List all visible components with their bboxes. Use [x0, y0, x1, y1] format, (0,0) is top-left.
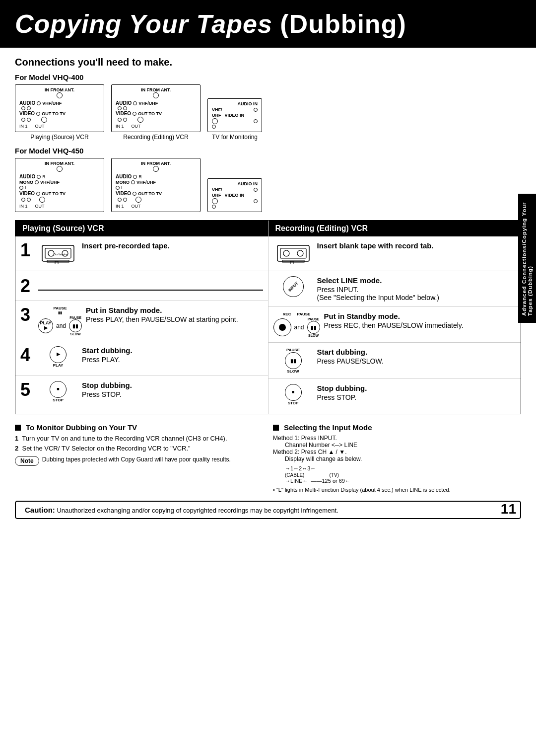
- step-3-right-text: Put in Standby mode. Press REC, then PAU…: [324, 312, 516, 329]
- tv-label-400: TV for Monitoring: [212, 134, 258, 141]
- note-row: Note Dubbing tapes protected with Copy G…: [15, 456, 263, 466]
- main-title: Copying Your Tapes (Dubbing): [0, 0, 536, 48]
- step-1-left: 1 Our Vacation Insert pre-recorded tape.: [15, 236, 268, 271]
- step-4-left-text: Start dubbing. Press PLAY.: [82, 346, 263, 364]
- step-4-right: PAUSE ▮▮ SLOW Start dubbing. Press PAUSE…: [268, 343, 521, 379]
- input-method2: Method 2: Press CH ▲ / ▼.: [273, 449, 521, 455]
- svg-point-9: [283, 250, 289, 256]
- step-5-right: ■ STOP Stop dubbing. Press STOP.: [268, 379, 521, 414]
- step-4-right-icon: PAUSE ▮▮ SLOW: [273, 348, 313, 374]
- step-3-right-icons: REC PAUSE and PAUSE ▮▮ SLOW: [273, 312, 320, 337]
- tv-450-diagram: AUDIO IN VHF/ UHFVIDEO IN: [207, 178, 262, 212]
- channel-flow-diagram: →1↔2↔3← (CABLE) (TV) →LINE← ——125 or 69←: [285, 465, 521, 484]
- input-method1: Method 1: Press INPUT.: [273, 435, 521, 442]
- svg-point-10: [297, 250, 303, 256]
- step-3-right: REC PAUSE and PAUSE ▮▮ SLOW: [268, 307, 521, 343]
- step-4-left-icon: ▶ PLAY: [38, 346, 78, 368]
- step-3-left-icons: PAUSE▮▮ PLAY▶ and PAUSE ▮▮ SLOW: [38, 306, 82, 336]
- vcr400-recording-diagram: IN FROM ANT. AUDIOVHF/UHF VIDEOOUT TO TV…: [111, 84, 201, 132]
- steps-right-column: Recording (Editing) VCR Insert blank tap…: [268, 221, 521, 414]
- vcr450-playing-diagram: IN FROM ANT. AUDIOR MONOVHF/UHF L VIDEOO…: [15, 158, 104, 212]
- input-mode-heading: Selecting the Input Mode: [273, 423, 521, 432]
- side-tab: Advanced Connections/Copying Your Tapes …: [518, 194, 536, 323]
- step-5-right-icon: ■ STOP: [273, 384, 313, 405]
- input-mode-section: Selecting the Input Mode Method 1: Press…: [273, 423, 521, 493]
- svg-rect-7: [277, 245, 309, 261]
- step-2-left: 2: [15, 271, 268, 301]
- input-mode-diagram: Method 1: Press INPUT. Channel Number <-…: [273, 435, 521, 493]
- step-1-left-text: Insert pre-recorded tape.: [82, 241, 263, 251]
- step-4-right-text: Start dubbing. Press PAUSE/SLOW.: [317, 348, 516, 365]
- steps-table: Playing (Source) VCR 1 Our Vacation: [15, 220, 521, 414]
- model-450-label: For Model VHQ-450: [15, 147, 521, 155]
- step-2-right: INPUT Select LINE mode. Press INPUT.(See…: [268, 271, 521, 307]
- step-4-left: 4 ▶ PLAY Start dubbing. Press PLAY.: [15, 341, 268, 376]
- step-2-right-text: Select LINE mode. Press INPUT.(See "Sele…: [317, 276, 516, 302]
- step-5-left-icon: ■ STOP: [38, 381, 78, 402]
- input-mode-heading-icon: [273, 425, 279, 431]
- step-1-right-text: Insert blank tape with record tab.: [317, 241, 516, 251]
- input-channel-note: Channel Number <--> LINE: [285, 442, 521, 449]
- step-3-left: 3 PAUSE▮▮ PLAY▶ and PAUSE ▮▮ SLOW: [15, 301, 268, 341]
- input-display-note: Display will change as below.: [285, 455, 521, 462]
- monitor-step-1: 1 Turn your TV on and tune to the Record…: [15, 435, 263, 442]
- svg-text:Our Vacation: Our Vacation: [54, 253, 68, 256]
- step-5-right-text: Stop dubbing. Press STOP.: [317, 384, 516, 401]
- tv-400-diagram: AUDIO IN VHF/ UHFVIDEO IN: [207, 98, 262, 132]
- step-2-right-icon: INPUT: [273, 276, 313, 297]
- svg-marker-12: [290, 261, 293, 264]
- caution-bar: Caution: Unauthorized exchanging and/or …: [15, 501, 521, 519]
- svg-rect-8: [280, 248, 306, 258]
- page-number: 11: [501, 501, 516, 517]
- step-3-left-text: Put in Standby mode. Press PLAY, then PA…: [86, 306, 263, 323]
- step-5-left: 5 ■ STOP Stop dubbing. Press STOP.: [15, 376, 268, 411]
- connections-heading: Connections you'll need to make.: [15, 57, 521, 68]
- svg-marker-6: [55, 261, 58, 264]
- monitor-section: To Monitor Dubbing on Your TV 1 Turn you…: [15, 423, 263, 493]
- tape-icon-area-right: [273, 241, 313, 264]
- step-5-left-text: Stop dubbing. Press STOP.: [82, 381, 263, 398]
- step-1-right: Insert blank tape with record tab.: [268, 236, 521, 271]
- monitor-heading: To Monitor Dubbing on Your TV: [15, 423, 263, 432]
- input-l-note: • "L" lights in Multi-Function Display (…: [273, 487, 521, 493]
- vcr400-playing-diagram: IN FROM ANT. AUDIOVHF/UHF VIDEOOUT TO TV…: [15, 84, 104, 132]
- steps-left-header: Playing (Source) VCR: [15, 221, 268, 236]
- monitor-step-2: 2 Set the VCR/ TV Selector on the Record…: [15, 445, 263, 452]
- recording-vcr-label-400: Recording (Editing) VCR: [123, 134, 188, 141]
- monitor-heading-icon: [15, 425, 21, 431]
- note-text: Dubbing tapes protected with Copy Guard …: [42, 456, 231, 463]
- tape-icon-area-left: Our Vacation: [38, 241, 78, 264]
- steps-left-column: Playing (Source) VCR 1 Our Vacation: [15, 221, 268, 414]
- note-label: Note: [15, 456, 39, 466]
- playing-vcr-label-400: Playing (Source) VCR: [30, 134, 88, 141]
- steps-right-header: Recording (Editing) VCR: [268, 221, 521, 236]
- model-400-label: For Model VHQ-400: [15, 73, 521, 81]
- monitor-steps-list: 1 Turn your TV on and tune to the Record…: [15, 435, 263, 452]
- vcr450-recording-diagram: IN FROM ANT. AUDIOR MONOVHF/UHF L VIDEOO…: [111, 158, 201, 212]
